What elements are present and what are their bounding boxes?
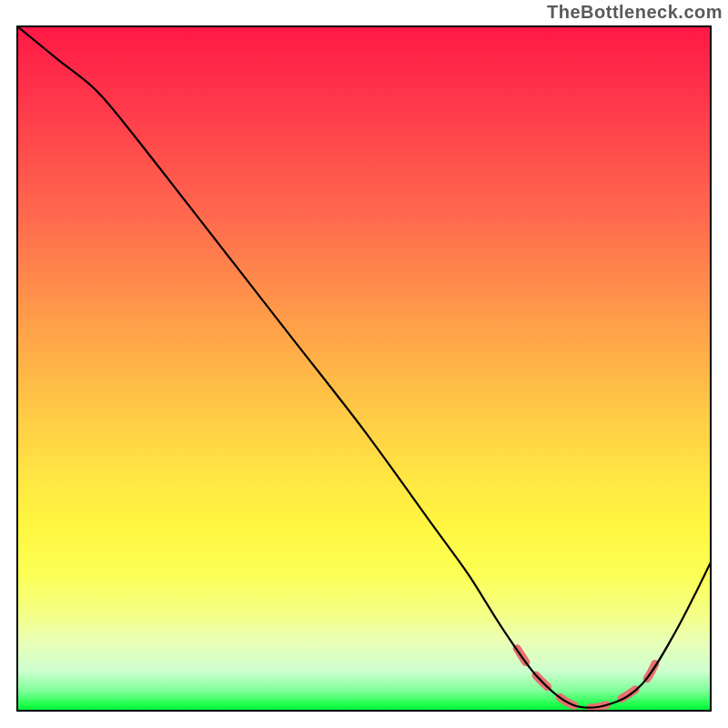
curve-layer (16, 25, 712, 712)
attribution-text: TheBottleneck.com (547, 2, 723, 23)
bottleneck-curve-line (16, 25, 712, 708)
plot-area (16, 25, 712, 712)
bottleneck-chart: TheBottleneck.com (0, 0, 728, 728)
